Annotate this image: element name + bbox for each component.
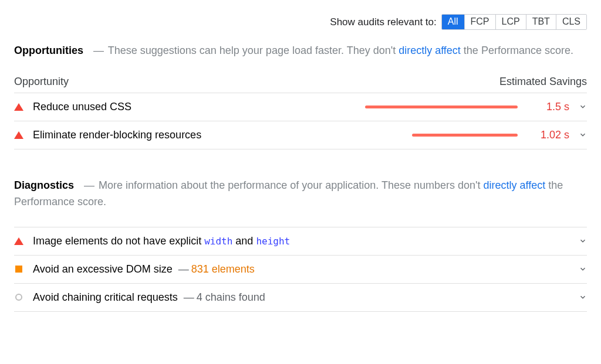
- savings-value: 1.02 s: [532, 129, 569, 141]
- chevron-down-icon: [579, 265, 587, 273]
- chevron-down-icon: [579, 293, 587, 301]
- triangle-fail-icon: [14, 131, 23, 139]
- opportunities-col-savings: Estimated Savings: [499, 76, 587, 88]
- filter-chip-tbt[interactable]: TBT: [526, 15, 556, 29]
- opportunities-list: Reduce unused CSS1.5 sEliminate render-b…: [14, 93, 587, 149]
- opportunity-label: Eliminate render-blocking resources: [33, 129, 201, 141]
- diagnostics-link[interactable]: directly affect: [484, 179, 546, 191]
- savings-bar: [365, 106, 518, 108]
- diagnostic-label: Image elements do not have explicit widt…: [33, 235, 290, 247]
- opportunities-table-header: Opportunity Estimated Savings: [14, 76, 587, 88]
- savings-bar: [365, 134, 518, 137]
- opportunities-link[interactable]: directly affect: [399, 45, 461, 56]
- filter-chip-cls[interactable]: CLS: [556, 15, 586, 29]
- opportunities-header: Opportunities — These suggestions can he…: [14, 43, 587, 59]
- diagnostic-row[interactable]: Image elements do not have explicit widt…: [14, 227, 587, 256]
- chevron-down-icon: [579, 131, 587, 139]
- diagnostics-header: Diagnostics — More information about the…: [14, 178, 587, 210]
- diagnostic-row[interactable]: Avoid chaining critical requests—4 chain…: [14, 284, 587, 312]
- filter-chip-lcp[interactable]: LCP: [495, 15, 526, 29]
- circle-info-icon: [14, 294, 23, 301]
- chevron-down-icon: [579, 103, 587, 111]
- opportunity-row[interactable]: Reduce unused CSS1.5 s: [14, 93, 587, 121]
- diagnostic-label: Avoid an excessive DOM size: [33, 263, 173, 275]
- filter-chip-all[interactable]: All: [442, 15, 464, 29]
- filter-chip-fcp[interactable]: FCP: [464, 15, 495, 29]
- opportunity-row[interactable]: Eliminate render-blocking resources1.02 …: [14, 121, 587, 149]
- opportunity-label: Reduce unused CSS: [33, 101, 131, 113]
- savings-value: 1.5 s: [532, 101, 569, 113]
- audit-filter-chipset: AllFCPLCPTBTCLS: [441, 14, 587, 30]
- opportunities-title: Opportunities: [14, 45, 83, 56]
- opportunities-col-name: Opportunity: [14, 76, 69, 88]
- diagnostic-extra: —4 chains found: [178, 291, 265, 304]
- diagnostics-list: Image elements do not have explicit widt…: [14, 227, 587, 312]
- audit-filter-label: Show audits relevant to:: [330, 16, 436, 28]
- triangle-fail-icon: [14, 103, 23, 111]
- audit-filter-row: Show audits relevant to: AllFCPLCPTBTCLS: [14, 14, 587, 30]
- square-warn-icon: [14, 266, 23, 273]
- chevron-down-icon: [579, 237, 587, 245]
- diagnostic-label: Avoid chaining critical requests: [33, 291, 178, 304]
- diagnostic-extra: —831 elements: [173, 263, 255, 275]
- diagnostic-row[interactable]: Avoid an excessive DOM size—831 elements: [14, 256, 587, 284]
- diagnostics-title: Diagnostics: [14, 179, 74, 191]
- triangle-fail-icon: [14, 237, 23, 245]
